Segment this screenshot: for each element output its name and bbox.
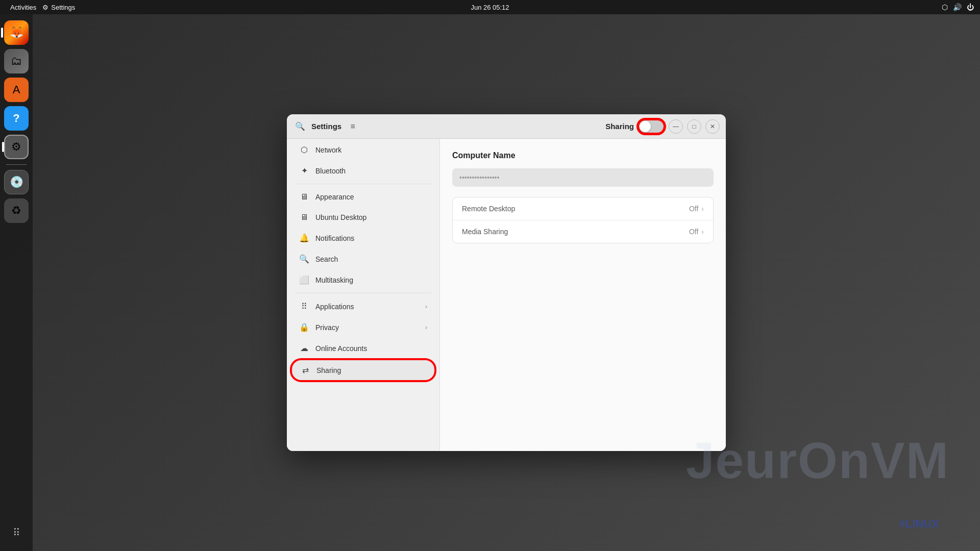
window-title: Settings bbox=[311, 122, 341, 131]
power-icon[interactable]: ⏻ bbox=[967, 3, 974, 11]
sidebar-item-applications[interactable]: ⠿ Applications › bbox=[291, 296, 435, 316]
minimize-button[interactable]: — bbox=[669, 119, 683, 134]
apps-grid-icon: ⠿ bbox=[13, 527, 20, 539]
topbar-right: ⬡ 🔊 ⏻ bbox=[942, 3, 974, 11]
window-area: 🔍 Settings ≡ Sharing — □ ✕ bbox=[33, 14, 980, 551]
topbar-app-name: Settings bbox=[51, 4, 75, 11]
help-icon: ? bbox=[13, 112, 19, 125]
computer-name-label: Computer Name bbox=[452, 151, 714, 160]
sidebar-item-search[interactable]: 🔍 Search bbox=[291, 249, 435, 269]
desktop: Activities ⚙ Settings Jun 26 05:12 ⬡ 🔊 ⏻… bbox=[0, 0, 980, 551]
section-title-label: Sharing bbox=[605, 122, 634, 131]
applications-chevron-icon: › bbox=[425, 303, 427, 310]
remote-desktop-chevron-icon: › bbox=[701, 205, 704, 213]
watermark: JeurOnVM bbox=[686, 431, 726, 451]
dock-item-apps[interactable]: ⠿ bbox=[4, 520, 29, 545]
search-sidebar-icon: 🔍 bbox=[299, 254, 309, 264]
topbar-left: Activities ⚙ Settings bbox=[6, 4, 75, 11]
sidebar-item-online-accounts[interactable]: ☁ Online Accounts bbox=[291, 338, 435, 358]
online-accounts-icon: ☁ bbox=[299, 343, 309, 353]
sidebar-item-multitasking[interactable]: ⬜ Multitasking bbox=[291, 270, 435, 290]
sidebar-item-appearance[interactable]: 🖥 Appearance bbox=[291, 187, 435, 207]
bluetooth-icon: ✦ bbox=[299, 166, 309, 176]
privacy-chevron-icon: › bbox=[425, 324, 427, 331]
window-titlebar: 🔍 Settings ≡ Sharing — □ ✕ bbox=[287, 114, 726, 139]
sidebar-item-network[interactable]: ⬡ Network bbox=[291, 140, 435, 160]
dock-item-settings[interactable]: ⚙ bbox=[4, 135, 29, 159]
dock-item-files[interactable]: 🗂 bbox=[4, 49, 29, 73]
dock-item-help[interactable]: ? bbox=[4, 106, 29, 131]
close-button[interactable]: ✕ bbox=[705, 119, 720, 134]
main-content: Computer Name Remote Desktop Off › Media… bbox=[440, 139, 726, 451]
media-sharing-label: Media Sharing bbox=[462, 228, 508, 236]
titlebar-right: Sharing — □ ✕ bbox=[605, 119, 720, 134]
privacy-icon: 🔒 bbox=[299, 322, 309, 332]
trash-icon: ♻ bbox=[11, 204, 21, 217]
network-icon[interactable]: ⬡ bbox=[942, 3, 948, 11]
dock-item-firefox[interactable]: 🦊 bbox=[4, 20, 29, 45]
activities-button[interactable]: Activities bbox=[6, 4, 40, 11]
hashtag-linux: #LINUX bbox=[899, 517, 939, 531]
sidebar-item-bluetooth[interactable]: ✦ Bluetooth bbox=[291, 161, 435, 181]
media-sharing-right: Off › bbox=[689, 228, 704, 236]
sidebar-divider-1 bbox=[295, 184, 431, 184]
applications-icon: ⠿ bbox=[299, 302, 309, 311]
maximize-button[interactable]: □ bbox=[687, 119, 701, 134]
disc-icon: 💿 bbox=[10, 176, 23, 189]
search-button[interactable]: 🔍 bbox=[293, 119, 307, 134]
hamburger-button[interactable]: ≡ bbox=[346, 119, 360, 134]
settings-dock-icon: ⚙ bbox=[11, 140, 21, 154]
remote-desktop-value: Off bbox=[689, 205, 698, 213]
volume-icon[interactable]: 🔊 bbox=[953, 3, 962, 11]
settings-gear-icon: ⚙ bbox=[42, 4, 48, 11]
dock-item-appstore[interactable]: A bbox=[4, 78, 29, 102]
appstore-icon: A bbox=[13, 83, 20, 96]
dock-item-trash[interactable]: ♻ bbox=[4, 198, 29, 223]
settings-window: 🔍 Settings ≡ Sharing — □ ✕ bbox=[287, 114, 726, 451]
sharing-icon: ⇄ bbox=[300, 365, 310, 375]
network-sidebar-icon: ⬡ bbox=[299, 145, 309, 155]
sidebar-divider-2 bbox=[295, 293, 431, 293]
multitasking-icon: ⬜ bbox=[299, 275, 309, 285]
sidebar-item-ubuntu-desktop[interactable]: 🖥 Ubuntu Desktop bbox=[291, 208, 435, 227]
sidebar-item-privacy[interactable]: 🔒 Privacy › bbox=[291, 317, 435, 337]
remote-desktop-right: Off › bbox=[689, 205, 704, 213]
remote-desktop-row[interactable]: Remote Desktop Off › bbox=[453, 197, 713, 220]
appearance-icon: 🖥 bbox=[299, 192, 309, 202]
media-sharing-row[interactable]: Media Sharing Off › bbox=[453, 220, 713, 243]
remote-desktop-label: Remote Desktop bbox=[462, 205, 515, 213]
ubuntu-desktop-icon: 🖥 bbox=[299, 213, 309, 222]
media-sharing-value: Off bbox=[689, 228, 698, 236]
topbar: Activities ⚙ Settings Jun 26 05:12 ⬡ 🔊 ⏻ bbox=[0, 0, 980, 14]
sidebar: ⬡ Network ✦ Bluetooth 🖥 Appearance 🖥 bbox=[287, 139, 440, 451]
settings-group: Remote Desktop Off › Media Sharing Off › bbox=[452, 197, 714, 243]
sharing-toggle[interactable] bbox=[638, 119, 665, 134]
titlebar-left: 🔍 Settings ≡ bbox=[293, 119, 360, 134]
toggle-knob bbox=[640, 121, 651, 132]
window-body: ⬡ Network ✦ Bluetooth 🖥 Appearance 🖥 bbox=[287, 139, 726, 451]
dock-item-disc[interactable]: 💿 bbox=[4, 170, 29, 194]
media-sharing-chevron-icon: › bbox=[701, 228, 704, 236]
firefox-icon: 🦊 bbox=[10, 26, 23, 39]
computer-name-input[interactable] bbox=[452, 168, 714, 187]
notifications-icon: 🔔 bbox=[299, 233, 309, 243]
sidebar-item-sharing[interactable]: ⇄ Sharing bbox=[291, 359, 435, 381]
topbar-datetime: Jun 26 05:12 bbox=[471, 4, 509, 11]
sidebar-item-notifications[interactable]: 🔔 Notifications bbox=[291, 228, 435, 248]
topbar-app: ⚙ Settings bbox=[42, 4, 75, 11]
dock: 🦊 🗂 A ? ⚙ 💿 ♻ ⠿ bbox=[0, 14, 33, 551]
dock-divider bbox=[6, 164, 27, 165]
files-icon: 🗂 bbox=[11, 55, 22, 68]
